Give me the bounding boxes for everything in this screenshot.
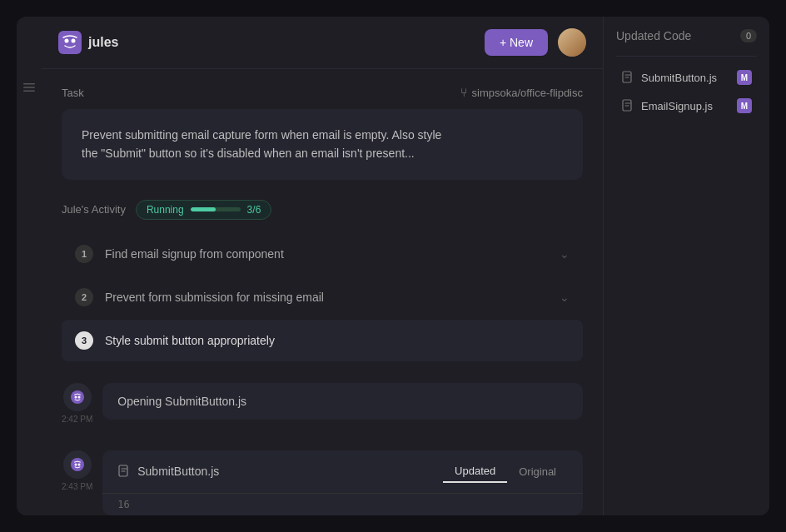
svg-rect-1 (23, 87, 35, 88)
icon-wrap-1: 2:42 PM (62, 383, 92, 424)
file-list-item-2[interactable]: EmailSignup.js M (616, 92, 757, 120)
new-button[interactable]: + New (485, 29, 548, 56)
task-description-text: Prevent submitting email capture form wh… (82, 128, 441, 160)
timeline-entry-1: 2:42 PM Opening SubmitButton.js (62, 375, 583, 432)
svg-rect-2 (23, 91, 35, 92)
sidebar (17, 17, 42, 515)
file-diff-name: SubmitButton.js (137, 465, 443, 478)
running-status: Running (147, 204, 184, 216)
svg-rect-3 (58, 31, 82, 54)
activity-icon-2 (63, 450, 92, 479)
activity-header: Jule's Activity Running 3/6 (62, 200, 583, 220)
file-doc-icon (117, 465, 131, 478)
task-header: Task ⑂ simpsoka/office-flipdisc (62, 86, 583, 99)
step-number-2: 2 (75, 288, 93, 306)
repo-icon: ⑂ (460, 86, 467, 99)
svg-point-10 (74, 463, 77, 465)
avatar-image (558, 28, 586, 57)
running-badge: Running 3/6 (136, 200, 271, 220)
repo-info: ⑂ simpsoka/office-flipdisc (460, 86, 583, 99)
tab-original[interactable]: Original (507, 460, 568, 483)
file-list: SubmitButton.js M EmailSignup.js M (616, 63, 757, 120)
svg-rect-9 (71, 458, 84, 471)
divider-1 (616, 56, 757, 57)
app-logo-icon (58, 31, 82, 54)
top-bar: jules + New (42, 17, 603, 69)
step-number-3: 3 (75, 331, 93, 350)
activity-icon-1 (63, 383, 92, 411)
right-panel: Updated Code 0 SubmitButton.js M (603, 17, 769, 515)
progress-bar-container (191, 207, 241, 211)
svg-point-8 (77, 395, 80, 398)
file-doc-icon-2 (621, 99, 634, 112)
m-badge-1: M (737, 70, 752, 85)
step-number-1: 1 (75, 245, 93, 263)
chevron-down-icon-2: ⌄ (560, 291, 570, 304)
activity-step-2[interactable]: 2 Prevent form submission for missing em… (62, 276, 583, 318)
file-doc-icon-1 (621, 71, 634, 84)
activity-step-1[interactable]: 1 Find email signup from component ⌄ (62, 233, 583, 275)
task-description: Prevent submitting email capture form wh… (62, 109, 583, 180)
step-label-2: Prevent form submission for missing emai… (105, 291, 560, 304)
updated-code-count: 0 (740, 29, 757, 42)
activity-card-1: Opening SubmitButton.js (102, 383, 583, 420)
task-label: Task (62, 87, 84, 99)
right-panel-header: Updated Code 0 (616, 29, 757, 42)
content-area: Task ⑂ simpsoka/office-flipdisc Prevent … (42, 69, 603, 515)
svg-point-11 (77, 463, 80, 465)
file-name-2: EmailSignup.js (641, 100, 730, 112)
sidebar-collapse-button[interactable] (17, 75, 42, 100)
file-diff-card: SubmitButton.js Updated Original 16 (102, 450, 583, 515)
step-label-3: Style submit button appropriately (105, 334, 570, 347)
file-diff-line-number: 16 (102, 494, 583, 515)
m-badge-2: M (737, 98, 752, 113)
svg-rect-0 (23, 83, 35, 85)
time-label-1: 2:42 PM (62, 415, 92, 424)
svg-point-5 (72, 39, 76, 43)
time-label-2: 2:43 PM (62, 482, 92, 491)
repo-name: simpsoka/office-flipdisc (472, 87, 583, 99)
user-avatar[interactable] (558, 28, 586, 57)
file-diff-tabs: Updated Original (443, 460, 568, 483)
svg-point-7 (74, 395, 77, 398)
step-label-1: Find email signup from component (105, 247, 560, 261)
step-count: 3/6 (247, 204, 261, 216)
app-title: jules (88, 35, 485, 50)
progress-bar-fill (191, 207, 216, 211)
timeline: 2:42 PM Opening SubmitButton.js (62, 375, 583, 515)
right-panel-title: Updated Code (616, 29, 691, 42)
svg-point-4 (65, 39, 69, 43)
timeline-entry-2: 2:43 PM SubmitButton.js (62, 442, 583, 515)
file-diff-header: SubmitButton.js Updated Original (102, 450, 583, 494)
file-list-item-1[interactable]: SubmitButton.js M (616, 63, 757, 92)
activity-step-3[interactable]: 3 Style submit button appropriately (62, 320, 583, 361)
tab-updated[interactable]: Updated (443, 460, 507, 483)
activity-title: Jule's Activity (62, 203, 126, 216)
icon-wrap-2: 2:43 PM (62, 450, 92, 491)
activity-steps: 1 Find email signup from component ⌄ 2 P… (62, 233, 583, 361)
svg-rect-6 (71, 390, 84, 404)
chevron-down-icon-1: ⌄ (560, 247, 570, 261)
file-name-1: SubmitButton.js (641, 72, 730, 84)
